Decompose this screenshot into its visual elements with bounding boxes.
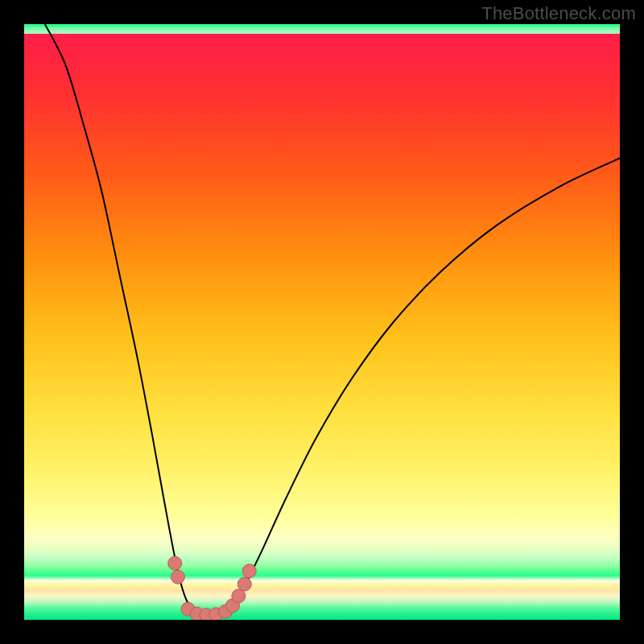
outer-frame: TheBottleneck.com [0, 0, 644, 644]
curve-marker [242, 564, 256, 578]
plot-area [24, 24, 620, 620]
curve-marker [237, 577, 251, 591]
curve-marker [168, 556, 182, 570]
curve-marker [171, 570, 184, 584]
chart-svg [24, 24, 620, 620]
v-curve [45, 24, 620, 615]
curve-markers [168, 556, 257, 620]
watermark-text: TheBottleneck.com [481, 3, 636, 24]
